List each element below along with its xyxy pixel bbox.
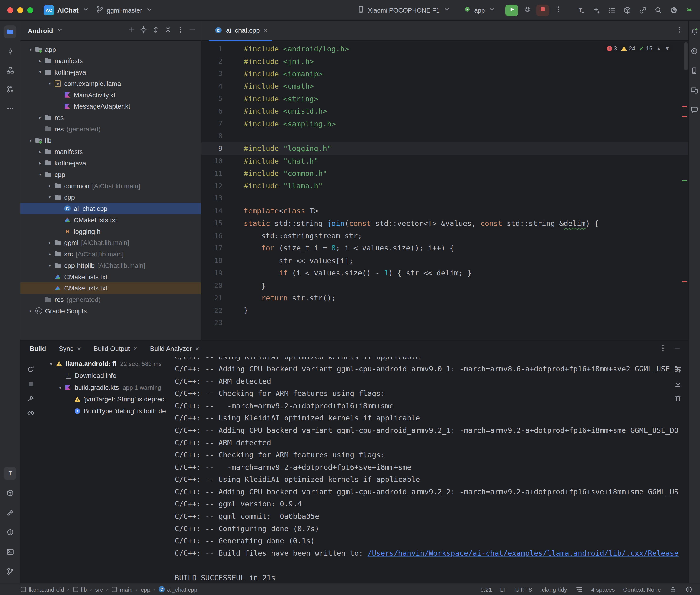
version-control-tool-button[interactable] [4, 565, 16, 577]
project-tree-item[interactable]: MainActivity.kt [21, 89, 201, 101]
line-number[interactable]: 18 [201, 257, 233, 265]
caret-position[interactable]: 9:21 [480, 586, 492, 593]
chevron-right-icon[interactable]: ▸ [36, 149, 44, 154]
settings-button[interactable] [667, 4, 680, 16]
chevron-down-icon[interactable]: ▾ [27, 138, 34, 143]
breadcrumb-item[interactable]: lib [73, 586, 87, 593]
pull-request-tool-button[interactable] [4, 83, 16, 95]
indent-setting[interactable]: 4 spaces [591, 586, 615, 593]
line-number[interactable]: 21 [201, 294, 233, 302]
line-number[interactable]: 4 [201, 82, 233, 90]
chevron-right-icon[interactable]: ▸ [46, 251, 54, 256]
project-tree-item[interactable]: ▸manifests [21, 146, 201, 158]
indent-style-icon[interactable] [575, 586, 583, 593]
inspection-widget[interactable]: ! 3 24 ✓ 15 ▲ ▼ [603, 44, 673, 53]
device-selector[interactable]: Xiaomi POCOPHONE F1 [354, 4, 454, 17]
code-line[interactable]: 21 return str.str(); [201, 292, 688, 304]
code-line[interactable]: 3#include <iomanip> [201, 67, 688, 80]
project-tree-item[interactable]: ▸res [21, 112, 201, 123]
code-line[interactable]: 13 [201, 192, 688, 204]
line-number[interactable]: 1 [201, 45, 233, 53]
line-number[interactable]: 5 [201, 95, 233, 103]
code-line[interactable]: 6#include <unistd.h> [201, 105, 688, 117]
clear-icon[interactable] [673, 393, 682, 403]
build-tab-build-analyzer[interactable]: Build Analyzer× [150, 345, 199, 352]
run-configuration-selector[interactable]: app [460, 4, 499, 17]
collapse-all-icon[interactable] [164, 26, 172, 35]
build-variants-button[interactable] [621, 4, 634, 16]
scroll-end-icon[interactable] [673, 379, 682, 389]
profile-avatar-button[interactable] [682, 4, 695, 16]
line-number[interactable]: 19 [201, 269, 233, 277]
project-widget[interactable]: AC AiChat [40, 3, 93, 17]
gradle-tool-tool-button[interactable]: G [689, 46, 699, 56]
clang-tidy[interactable]: .clang-tidy [540, 586, 567, 593]
code-line[interactable]: 23 [201, 317, 688, 329]
code-line[interactable]: 2#include <jni.h> [201, 55, 688, 67]
line-number[interactable]: 9 [201, 144, 233, 152]
app-quality-insights-tool-button[interactable] [689, 105, 699, 115]
expand-all-icon[interactable] [152, 26, 160, 35]
project-view-title[interactable]: Android [28, 27, 53, 34]
project-tree-item[interactable]: ▸Gradle Scripts [21, 305, 201, 316]
file-encoding[interactable]: UTF-8 [515, 586, 532, 593]
project-tree-item[interactable]: ai_chat.cpp [21, 203, 201, 214]
chevron-down-icon[interactable]: ▾ [46, 81, 54, 86]
project-tree-item[interactable]: ▾cpp [21, 169, 201, 180]
build-tree-item[interactable]: BuildType 'debug' is both de [41, 405, 171, 417]
code-line[interactable]: 16 std::ostringstream str; [201, 229, 688, 242]
more-run-actions-button[interactable] [552, 4, 564, 16]
pin-icon[interactable] [26, 393, 36, 403]
chevron-right-icon[interactable]: ▸ [36, 161, 44, 166]
chevron-down-icon[interactable]: ▾ [56, 385, 64, 390]
project-tree-item[interactable]: ▸common[AiChat.lib.main] [21, 180, 201, 192]
stop-button[interactable] [536, 4, 549, 16]
code-line[interactable]: 11#include "common.h" [201, 167, 688, 180]
line-number[interactable]: 17 [201, 244, 233, 252]
close-window-button[interactable] [7, 7, 13, 13]
project-tree-item[interactable]: ▾cpp [21, 192, 201, 203]
chevron-right-icon[interactable]: ▸ [36, 115, 44, 120]
chevron-right-icon[interactable]: ▸ [36, 58, 44, 63]
editor-options-icon[interactable] [676, 26, 683, 35]
line-number[interactable]: 7 [201, 119, 233, 128]
project-tree-item[interactable]: ▾com.example.llama [21, 78, 201, 89]
code-line[interactable]: 18 str << values[i]; [201, 255, 688, 267]
stop-gray-icon[interactable] [26, 379, 36, 389]
running-devices-tool-button[interactable] [689, 85, 699, 95]
notifications-tool-button[interactable] [689, 26, 699, 36]
ai-assistant-button[interactable] [590, 4, 603, 16]
close-tab-icon[interactable]: × [77, 345, 81, 352]
previous-problem-icon[interactable]: ▲ [656, 46, 661, 51]
warning-count[interactable]: 24 [621, 45, 635, 52]
code-line[interactable]: 7#include <sampling.h> [201, 117, 688, 130]
code-line[interactable]: 20 } [201, 279, 688, 292]
line-number[interactable]: 10 [201, 157, 233, 165]
code-line[interactable]: 14template<class T> [201, 205, 688, 217]
chevron-down-icon[interactable]: ▾ [36, 172, 44, 177]
chevron-right-icon[interactable]: ▸ [46, 183, 54, 188]
code-line[interactable]: 10#include "chat.h" [201, 155, 688, 167]
chevron-down-icon[interactable]: ▾ [36, 69, 44, 75]
code-line[interactable]: 5#include <string> [201, 93, 688, 105]
more-horizontal-tool-button[interactable] [4, 102, 16, 115]
minimize-window-button[interactable] [18, 7, 23, 13]
link-button[interactable] [636, 4, 649, 16]
project-tree-item[interactable]: logging.h [21, 225, 201, 237]
code-line[interactable]: 19 if (i < values.size() - 1) { str << d… [201, 267, 688, 279]
format-button[interactable]: T [575, 4, 587, 16]
sync-icon[interactable] [26, 364, 36, 374]
project-tree-item[interactable]: CMakeLists.txt [21, 214, 201, 225]
line-separator[interactable]: LF [500, 586, 507, 593]
resource-manager-tool-button[interactable] [4, 486, 16, 499]
stripe-mark[interactable] [682, 281, 687, 282]
breadcrumb-item[interactable]: ai_chat.cpp [159, 586, 197, 593]
chevron-down-icon[interactable] [56, 26, 63, 35]
breadcrumb-item[interactable]: src [95, 586, 103, 593]
project-tree-item[interactable]: CMakeLists.txt [21, 282, 201, 294]
code-line[interactable]: 4#include <cmath> [201, 80, 688, 92]
build-tree-item[interactable]: Download info [41, 370, 171, 382]
chevron-right-icon[interactable]: ▸ [46, 263, 54, 268]
breadcrumb-item[interactable]: cpp [141, 586, 150, 593]
run-button[interactable] [505, 4, 518, 16]
